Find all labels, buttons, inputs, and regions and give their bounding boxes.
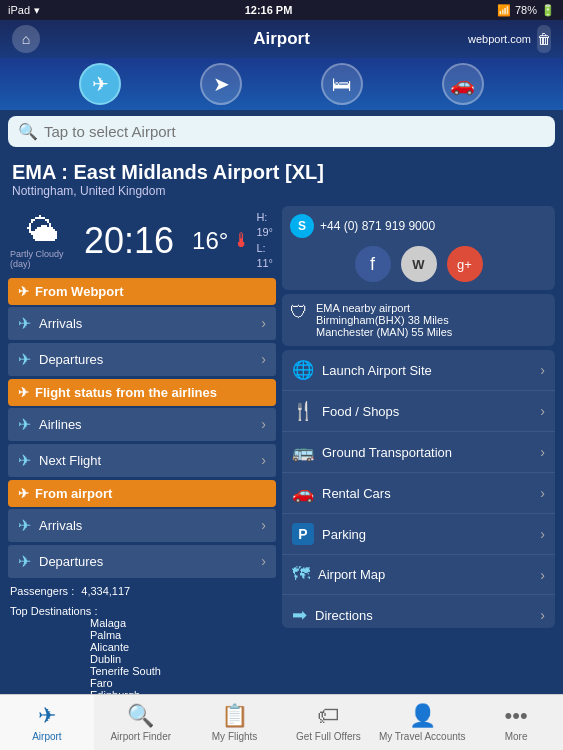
airport-map-item[interactable]: 🗺 Airport Map › xyxy=(282,555,555,595)
nav-transport-button[interactable]: 🚗 xyxy=(442,63,484,105)
gplus-button[interactable]: g+ xyxy=(447,246,483,282)
tab-more-icon: ••• xyxy=(505,703,528,729)
search-icon: 🔍 xyxy=(18,122,38,141)
tab-travel-accounts[interactable]: 👤 My Travel Accounts xyxy=(375,695,469,750)
next-flight-item[interactable]: ✈ Next Flight › xyxy=(8,444,276,477)
arrivals2-label: Arrivals xyxy=(39,518,82,533)
from-airport-label: From airport xyxy=(35,486,112,501)
wifi-icon: ▾ xyxy=(34,4,40,17)
tab-more[interactable]: ••• More xyxy=(469,695,563,750)
home-button[interactable]: ⌂ xyxy=(12,25,40,53)
flight-status-header: ✈ Flight status from the airlines xyxy=(8,379,276,406)
departures1-chevron: › xyxy=(261,351,266,367)
flight-status-icon: ✈ xyxy=(18,385,29,400)
rental-cars-label: Rental Cars xyxy=(322,486,391,501)
weather-temp-section: 16° 🌡 H: 19° L: 11° xyxy=(192,210,274,272)
header-url: webport.com xyxy=(468,33,531,45)
directions-item[interactable]: ➡ Directions › xyxy=(282,595,555,628)
contact-section: S +44 (0) 871 919 9000 f W g+ xyxy=(282,206,555,290)
rental-cars-chevron: › xyxy=(540,485,545,501)
launch-site-item[interactable]: 🌐 Launch Airport Site › xyxy=(282,350,555,391)
directions-icon: ➡ xyxy=(292,604,307,626)
airport-header: EMA : East Midlands Airport [XL] Notting… xyxy=(0,153,563,202)
nav-icons-row: ✈ ➤ 🛏 🚗 xyxy=(0,58,563,110)
tab-bar: ✈ Airport 🔍 Airport Finder 📋 My Flights … xyxy=(0,694,563,750)
ground-transport-item[interactable]: 🚌 Ground Transportation › xyxy=(282,432,555,473)
flight-status-label: Flight status from the airlines xyxy=(35,385,217,400)
from-webport-header: ✈ From Webport xyxy=(8,278,276,305)
weather-hi: H: 19° xyxy=(256,210,274,241)
arrivals2-chevron: › xyxy=(261,517,266,533)
food-shops-label: Food / Shops xyxy=(322,404,399,419)
trash-button[interactable]: 🗑 xyxy=(537,25,551,53)
food-shops-icon: 🍴 xyxy=(292,400,314,422)
battery-text: 78% xyxy=(515,4,537,16)
parking-chevron: › xyxy=(540,526,545,542)
nearby-man: Manchester (MAN) 55 Miles xyxy=(316,326,452,338)
nearby-bhx: Birmingham(BHX) 38 Miles xyxy=(316,314,452,326)
parking-icon: P xyxy=(292,523,314,545)
thermometer-icon: 🌡 xyxy=(232,229,252,252)
social-row: f W g+ xyxy=(290,246,547,282)
skype-icon: S xyxy=(290,214,314,238)
food-shops-item[interactable]: 🍴 Food / Shops › xyxy=(282,391,555,432)
ground-transport-icon: 🚌 xyxy=(292,441,314,463)
arrivals2-item[interactable]: ✈ Arrivals › xyxy=(8,509,276,542)
departures1-item[interactable]: ✈ Departures › xyxy=(8,343,276,376)
airport-location: Nottingham, United Kingdom xyxy=(12,184,551,198)
right-menu-section: 🌐 Launch Airport Site › 🍴 Food / Shops ›… xyxy=(282,350,555,628)
food-shops-chevron: › xyxy=(540,403,545,419)
departures2-item[interactable]: ✈ Departures › xyxy=(8,545,276,578)
left-panel: 🌥 Partly Cloudy (day) 20:16 16° 🌡 H: 19°… xyxy=(8,206,276,628)
tab-airport[interactable]: ✈ Airport xyxy=(0,695,94,750)
search-input[interactable] xyxy=(44,123,545,140)
top-dest-label: Top Destinations : xyxy=(10,605,97,617)
tab-full-offers[interactable]: 🏷 Get Full Offers xyxy=(281,695,375,750)
airlines-icon: ✈ xyxy=(18,415,31,434)
status-right: 📶 78% 🔋 xyxy=(497,4,555,17)
from-airport-icon: ✈ xyxy=(18,486,29,501)
weather-description: Partly Cloudy (day) xyxy=(10,249,76,269)
arrivals1-item[interactable]: ✈ Arrivals › xyxy=(8,307,276,340)
nav-flights-button[interactable]: ➤ xyxy=(200,63,242,105)
next-flight-icon: ✈ xyxy=(18,451,31,470)
tab-travel-accounts-label: My Travel Accounts xyxy=(379,731,466,742)
status-time: 12:16 PM xyxy=(245,4,293,16)
from-webport-label: From Webport xyxy=(35,284,124,299)
wikipedia-button[interactable]: W xyxy=(401,246,437,282)
rental-cars-icon: 🚗 xyxy=(292,482,314,504)
contact-phone: S +44 (0) 871 919 9000 xyxy=(290,214,547,238)
nav-hotels-button[interactable]: 🛏 xyxy=(321,63,363,105)
airport-map-icon: 🗺 xyxy=(292,564,310,585)
tab-airport-finder[interactable]: 🔍 Airport Finder xyxy=(94,695,188,750)
header-title: Airport xyxy=(92,29,471,49)
parking-label: Parking xyxy=(322,527,366,542)
nav-airport-button[interactable]: ✈ xyxy=(79,63,121,105)
dest-tenerife: Tenerife South xyxy=(90,665,274,677)
dest-palma: Palma xyxy=(90,629,274,641)
facebook-button[interactable]: f xyxy=(355,246,391,282)
rental-cars-item[interactable]: 🚗 Rental Cars › xyxy=(282,473,555,514)
directions-label: Directions xyxy=(315,608,373,623)
parking-item[interactable]: P Parking › xyxy=(282,514,555,555)
departures2-label: Departures xyxy=(39,554,103,569)
passengers-info: Passengers : 4,334,117 xyxy=(8,581,276,601)
from-airport-header: ✈ From airport xyxy=(8,480,276,507)
dest-malaga: Malaga xyxy=(90,617,274,629)
tab-full-offers-icon: 🏷 xyxy=(317,703,339,729)
nearby-icon: 🛡 xyxy=(290,302,308,323)
tab-airport-finder-icon: 🔍 xyxy=(127,703,154,729)
webport-icon: ✈ xyxy=(18,284,29,299)
tab-my-flights[interactable]: 📋 My Flights xyxy=(188,695,282,750)
directions-chevron: › xyxy=(540,607,545,623)
search-bar[interactable]: 🔍 xyxy=(8,116,555,147)
passengers-value: 4,334,117 xyxy=(81,585,130,597)
header-left: ⌂ xyxy=(12,25,92,53)
tab-travel-accounts-icon: 👤 xyxy=(409,703,436,729)
weather-row: 🌥 Partly Cloudy (day) 20:16 16° 🌡 H: 19°… xyxy=(8,206,276,276)
tab-my-flights-label: My Flights xyxy=(212,731,258,742)
ground-transport-label: Ground Transportation xyxy=(322,445,452,460)
launch-site-icon: 🌐 xyxy=(292,359,314,381)
tab-full-offers-label: Get Full Offers xyxy=(296,731,361,742)
airlines-item[interactable]: ✈ Airlines › xyxy=(8,408,276,441)
